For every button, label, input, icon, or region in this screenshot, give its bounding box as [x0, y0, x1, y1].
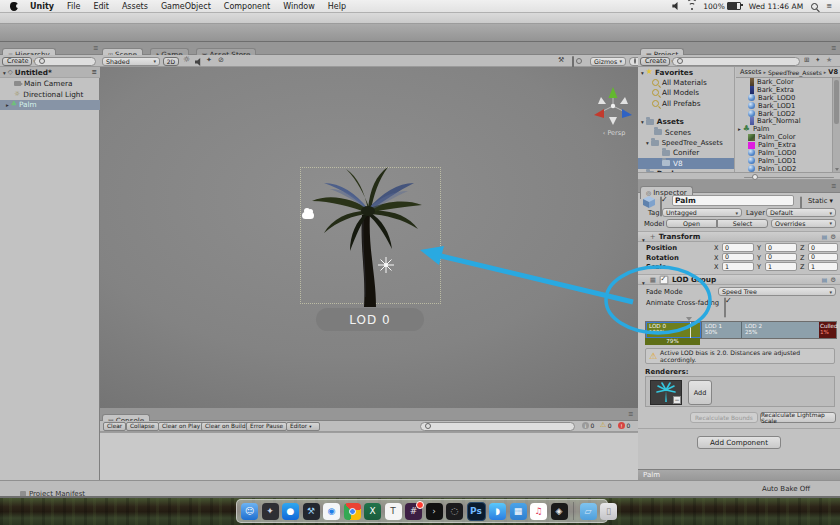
recalculate-lightmap-button[interactable]: Recalculate Lightmap Scale: [760, 412, 836, 423]
dock-facetime-icon[interactable]: ●: [282, 503, 299, 520]
asset-palm-lod0[interactable]: Palm_LOD0: [736, 149, 832, 157]
console-log-area[interactable]: [100, 432, 638, 480]
fade-mode-dropdown[interactable]: Speed Tree: [718, 287, 836, 296]
orientation-gizmo[interactable]: [590, 85, 636, 131]
dock-safari-icon[interactable]: ◉: [323, 503, 340, 520]
overrides-dropdown[interactable]: Overrides: [771, 219, 836, 228]
dock-excel-icon[interactable]: X: [364, 503, 381, 520]
asset-palm-model[interactable]: ♣Palm: [736, 125, 832, 133]
hierarchy-item-main-camera[interactable]: Main Camera: [0, 79, 100, 90]
menu-gameobject[interactable]: GameObject: [161, 2, 211, 11]
rotation-z-field[interactable]: 0: [808, 253, 838, 262]
dock-terminal-icon[interactable]: ›: [426, 503, 443, 520]
favorites-root[interactable]: ★Favorites: [638, 67, 734, 77]
preset-icon[interactable]: ▤: [822, 276, 828, 283]
add-component-button[interactable]: Add Component: [697, 436, 781, 449]
asset-bark-lod0[interactable]: Bark_LOD0: [736, 94, 832, 102]
rotation-x-field[interactable]: 0: [722, 253, 754, 262]
menu-help[interactable]: Help: [328, 2, 346, 11]
position-z-field[interactable]: 0: [808, 243, 838, 252]
dock-folder-icon[interactable]: ▱: [580, 503, 597, 520]
volume-icon[interactable]: [672, 2, 680, 10]
model-select-button[interactable]: Select: [717, 219, 768, 228]
position-x-field[interactable]: 0: [722, 243, 754, 252]
recalculate-bounds-button[interactable]: Recalculate Bounds: [690, 412, 758, 423]
hierarchy-item-directional-light[interactable]: ☼ Directional Light: [0, 89, 100, 100]
hierarchy-item-palm[interactable]: ♣ Palm: [0, 100, 100, 111]
lod-enabled-checkbox[interactable]: [660, 275, 669, 284]
asset-palm-lod1[interactable]: Palm_LOD1: [736, 157, 832, 165]
favorite-all-materials[interactable]: All Materials: [638, 77, 734, 87]
info-count-badge[interactable]: i 0: [582, 422, 594, 429]
gear-icon[interactable]: ⚙: [830, 276, 836, 284]
camera-position-marker[interactable]: [690, 322, 691, 338]
dock-textedit-icon[interactable]: T: [385, 503, 402, 520]
lighting-toggle-icon[interactable]: ☼: [183, 56, 190, 64]
persp-toggle[interactable]: ‹ Persp: [592, 129, 636, 137]
lod2-segment[interactable]: LOD 225%: [741, 322, 819, 338]
asset-palm-color[interactable]: Palm_Color: [736, 133, 832, 141]
auto-bake-toggle[interactable]: Auto Bake Off: [740, 485, 832, 493]
favorites-filter-icon[interactable]: ★: [826, 57, 832, 64]
lod0-segment[interactable]: LOD 0100%: [646, 322, 701, 338]
folder-assets[interactable]: Assets: [638, 117, 734, 127]
asset-bark-extra[interactable]: Bark_Extra: [736, 86, 832, 94]
menu-edit[interactable]: Edit: [93, 2, 109, 11]
asset-bark-lod1[interactable]: Bark_LOD1: [736, 102, 832, 110]
dock-finder-icon[interactable]: ☺: [241, 503, 258, 520]
dock-unity-icon[interactable]: ◈: [551, 503, 568, 520]
gameobject-name-field[interactable]: Palm: [672, 195, 794, 206]
gear-icon[interactable]: ⚙: [830, 233, 836, 241]
control-center-icon[interactable]: ≡: [826, 2, 832, 10]
project-search-input[interactable]: [672, 57, 800, 66]
breadcrumb-speedtree[interactable]: SpeedTree_Assets: [768, 69, 822, 76]
scene-menu-icon[interactable]: ≡: [92, 69, 97, 76]
search-by-label-icon[interactable]: ✦: [815, 57, 820, 64]
foldout-icon[interactable]: [642, 270, 647, 289]
dock-music-icon[interactable]: ♫: [530, 503, 547, 520]
scene-tools-icon[interactable]: ⚒: [558, 57, 564, 64]
asset-bark-normal[interactable]: Bark_Normal: [736, 117, 832, 125]
gizmo-visibility-icon[interactable]: ⊘: [218, 57, 224, 64]
dock-photoshop-icon[interactable]: Ps: [467, 502, 486, 521]
console-editor-dropdown[interactable]: Editor▾: [286, 422, 320, 431]
wifi-icon[interactable]: [687, 2, 696, 10]
dock-slack-icon[interactable]: #: [405, 503, 422, 520]
dock-quicktime-icon[interactable]: ◌: [446, 503, 463, 520]
preset-icon[interactable]: ▤: [822, 233, 828, 240]
position-y-field[interactable]: 0: [765, 243, 797, 252]
asset-palm-extra[interactable]: Palm_Extra: [736, 141, 832, 149]
lod-bar[interactable]: LOD 0100% LOD 150% LOD 225% Culled1%: [645, 321, 837, 339]
favorite-all-prefabs[interactable]: All Prefabs: [638, 98, 734, 108]
transform-header[interactable]: + Transform ▤ ⚙: [638, 231, 840, 242]
battery-icon[interactable]: [727, 2, 741, 10]
hierarchy-search-input[interactable]: [34, 57, 96, 66]
project-scrollbar[interactable]: [832, 78, 840, 172]
panel-menu-icon[interactable]: ≡: [831, 183, 836, 190]
error-count-badge[interactable]: ! 0: [618, 422, 630, 429]
model-open-button[interactable]: Open: [666, 219, 717, 228]
console-clear-button[interactable]: Clear: [103, 422, 126, 431]
asset-palm-lod2[interactable]: Palm_LOD2: [736, 165, 832, 172]
dock-xcode-icon[interactable]: ⚒: [303, 503, 320, 520]
effects-toggle-icon[interactable]: ✦: [206, 57, 212, 64]
rotation-y-field[interactable]: 0: [765, 253, 797, 262]
scene-canvas[interactable]: LOD 0 ‹ Persp: [100, 67, 638, 408]
palm-tree[interactable]: [296, 157, 446, 309]
project-create-button[interactable]: Create: [640, 57, 670, 66]
tag-dropdown[interactable]: Untagged: [662, 208, 742, 217]
console-search-input[interactable]: [420, 422, 575, 431]
search-by-type-icon[interactable]: ⊞: [804, 57, 809, 64]
lod-group-header[interactable]: ▦ LOD Group ▤ ⚙: [638, 274, 840, 285]
2d-toggle-button[interactable]: 2D: [163, 57, 179, 66]
favorite-all-models[interactable]: All Models: [638, 88, 734, 98]
dock-messages-icon[interactable]: ◗: [489, 503, 506, 520]
menubar-clock[interactable]: Wed 11:46 AM: [749, 2, 803, 11]
dock-keynote-icon[interactable]: ▦: [510, 503, 527, 520]
panel-menu-icon[interactable]: ≡: [831, 45, 836, 52]
scale-z-field[interactable]: 1: [808, 262, 838, 271]
menu-file[interactable]: File: [67, 2, 80, 11]
console-clear-on-play-button[interactable]: Clear on Play: [158, 422, 204, 431]
console-error-pause-button[interactable]: Error Pause: [246, 422, 287, 431]
dock-trash-icon[interactable]: ▯: [600, 503, 617, 520]
